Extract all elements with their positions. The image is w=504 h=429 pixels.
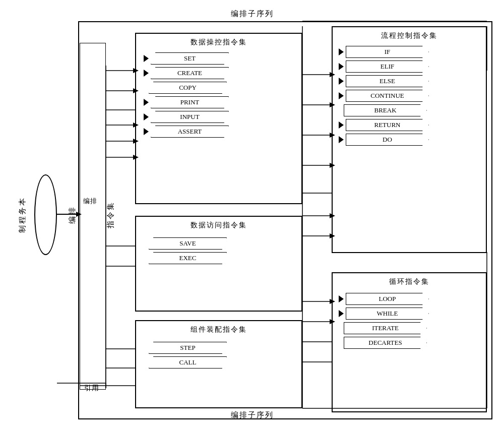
- list-item: DECARTES: [339, 337, 480, 349]
- arrow-icon: [144, 70, 149, 77]
- comp-assembly-title: 组件装配指令集: [136, 321, 301, 336]
- instr-exec: EXEC: [149, 252, 227, 264]
- instr-return: RETURN: [346, 119, 429, 131]
- arrow-icon: [144, 99, 149, 106]
- top-label: 编排子序列: [231, 9, 274, 19]
- bus-bar: [80, 43, 106, 390]
- diagram-container: 编排子序列 编排子序列 制程务本 编排 指令集 数据操控指令集 SET CREA…: [0, 0, 504, 429]
- left-outer-label: 制程务本: [18, 197, 27, 233]
- arrow-icon: [339, 310, 344, 317]
- list-item: LOOP: [339, 293, 480, 305]
- list-item: CONTINUE: [339, 90, 480, 102]
- data-access-section: 数据访问指令集 SAVE EXEC: [135, 216, 302, 312]
- flow-control-section: 流程控制指令集 IF ELIF ELSE CONTINUE: [332, 26, 487, 253]
- data-manip-items: SET CREATE COPY PRINT INPUT: [136, 49, 301, 141]
- list-item: WHILE: [339, 308, 480, 320]
- list-item: CALL: [144, 356, 294, 369]
- yinyong-label: 引用: [84, 384, 99, 393]
- instr-save: SAVE: [149, 237, 227, 250]
- loop-section: 循环指令集 LOOP WHILE ITERATE DECARTES: [332, 272, 487, 412]
- arrow-icon: [144, 113, 149, 120]
- bianpai-label: 编排: [68, 206, 77, 224]
- list-item: SAVE: [144, 237, 294, 250]
- arrow-icon: [339, 48, 344, 55]
- instr-continue: CONTINUE: [346, 90, 429, 102]
- arrow-icon: [339, 92, 344, 99]
- instr-loop: LOOP: [346, 293, 429, 305]
- arrow-icon: [144, 128, 149, 135]
- instr-do: DO: [346, 134, 429, 146]
- loop-items: LOOP WHILE ITERATE DECARTES: [333, 288, 486, 353]
- data-access-items: SAVE EXEC: [136, 232, 301, 270]
- instr-elif: ELIF: [346, 60, 429, 73]
- instr-iterate: ITERATE: [344, 322, 427, 334]
- arrow-icon: [339, 121, 344, 129]
- instr-if: IF: [346, 46, 429, 58]
- data-access-title: 数据访问指令集: [136, 217, 301, 232]
- instr-else: ELSE: [346, 75, 429, 87]
- instr-decartes: DECARTES: [344, 337, 427, 349]
- list-item: INPUT: [144, 111, 294, 123]
- flow-control-title: 流程控制指令集: [333, 27, 486, 42]
- list-item: ELIF: [339, 60, 480, 73]
- instr-break: BREAK: [344, 104, 427, 116]
- comp-assembly-section: 组件装配指令集 STEP CALL: [135, 320, 302, 408]
- comp-assembly-items: STEP CALL: [136, 336, 301, 374]
- bianpai-arrow-label: 编排: [83, 197, 97, 206]
- list-item: EXEC: [144, 252, 294, 264]
- instr-assert: ASSERT: [151, 126, 229, 138]
- instr-create: CREATE: [151, 67, 229, 79]
- arrow-icon: [339, 63, 344, 70]
- arrow-icon: [339, 295, 344, 302]
- instr-call: CALL: [149, 356, 227, 369]
- instr-while: WHILE: [346, 308, 429, 320]
- list-item: STEP: [144, 342, 294, 354]
- list-item: IF: [339, 46, 480, 58]
- arrow-icon: [144, 55, 149, 62]
- instr-input: INPUT: [151, 111, 229, 123]
- list-item: BREAK: [339, 104, 480, 116]
- oval-shape: [34, 174, 57, 255]
- list-item: COPY: [144, 82, 294, 94]
- arrow-icon: [339, 78, 344, 85]
- list-item: SET: [144, 52, 294, 65]
- instr-copy: COPY: [149, 82, 227, 94]
- loop-title: 循环指令集: [333, 273, 486, 288]
- instr-set: SET: [151, 52, 229, 65]
- data-manip-title: 数据操控指令集: [136, 34, 301, 49]
- instr-print: PRINT: [151, 96, 229, 108]
- list-item: ITERATE: [339, 322, 480, 334]
- data-manip-section: 数据操控指令集 SET CREATE COPY PRINT: [135, 33, 302, 204]
- arrow-icon: [339, 136, 344, 143]
- list-item: PRINT: [144, 96, 294, 108]
- list-item: RETURN: [339, 119, 480, 131]
- list-item: DO: [339, 134, 480, 146]
- flow-control-items: IF ELIF ELSE CONTINUE BREAK: [333, 42, 486, 149]
- instr-step: STEP: [149, 342, 227, 354]
- list-item: CREATE: [144, 67, 294, 79]
- list-item: ASSERT: [144, 126, 294, 138]
- list-item: ELSE: [339, 75, 480, 87]
